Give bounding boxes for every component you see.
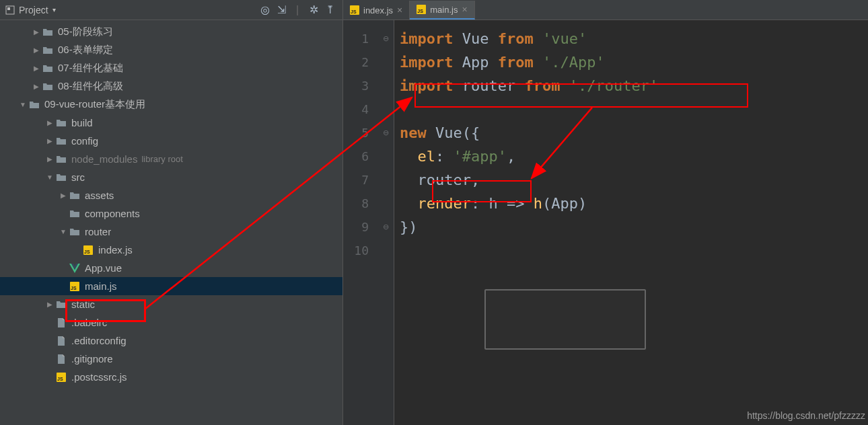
watermark-text: https://blog.csdn.net/pfzzzzz xyxy=(747,410,865,421)
tree-arrow-icon[interactable]: ▶ xyxy=(44,154,55,165)
tree-item-label: build xyxy=(71,117,93,128)
tree-item--editorconfig[interactable]: .editorconfig xyxy=(0,332,342,350)
tree-arrow-icon[interactable]: ▶ xyxy=(44,299,55,310)
dropdown-arrow-icon: ▾ xyxy=(52,6,56,13)
tree-item--babelrc[interactable]: .babelrc xyxy=(0,313,342,332)
file-icon xyxy=(55,335,67,347)
sidebar-header: Project ▾ ◎ ⇲ | ✲ ⤒ xyxy=(0,0,342,20)
tree-arrow-icon[interactable]: ▶ xyxy=(31,45,42,56)
tree-arrow-icon[interactable]: ▶ xyxy=(31,81,42,92)
tree-arrow-icon[interactable] xyxy=(44,317,55,328)
tree-item-09-vue-router----[interactable]: ▼09-vue-router基本使用 xyxy=(0,95,342,114)
project-label: Project xyxy=(19,5,48,15)
line-number: 1 xyxy=(343,27,369,50)
tree-item-src[interactable]: ▼src xyxy=(0,168,342,186)
tree-arrow-icon[interactable] xyxy=(44,354,55,364)
fold-icon[interactable]: ⊖ xyxy=(378,215,394,239)
vue-icon xyxy=(69,262,81,274)
tree-arrow-icon[interactable]: ▶ xyxy=(44,136,55,147)
fold-icon[interactable]: ⊖ xyxy=(378,121,394,145)
tree-item-07------[interactable]: ▶07-组件化基础 xyxy=(0,59,342,77)
tab-main-js[interactable]: JSmain.js× xyxy=(410,1,474,20)
tree-arrow-icon[interactable]: ▶ xyxy=(31,63,42,74)
close-icon[interactable]: × xyxy=(397,5,402,15)
tree-item-assets[interactable]: ▶assets xyxy=(0,186,342,204)
gear-icon[interactable]: ✲ xyxy=(306,3,321,17)
tree-arrow-icon[interactable]: ▼ xyxy=(44,172,55,183)
tree-arrow-icon[interactable]: ▼ xyxy=(58,227,69,237)
tree-item-components[interactable]: components xyxy=(0,204,342,223)
svg-rect-1 xyxy=(7,7,10,10)
tree-arrow-icon[interactable] xyxy=(58,281,69,292)
folder-icon xyxy=(69,226,81,238)
tree-arrow-icon[interactable] xyxy=(58,263,69,274)
tree-item-label: 06-表单绑定 xyxy=(58,44,113,56)
folder-icon xyxy=(55,299,67,311)
tree-item--gitignore[interactable]: .gitignore xyxy=(0,350,342,368)
tree-item-label: main.js xyxy=(85,280,117,292)
folder-icon xyxy=(69,208,81,220)
tree-item-node-modules[interactable]: ▶node_moduleslibrary root xyxy=(0,150,342,168)
tree-item-label: assets xyxy=(85,190,114,201)
tree-arrow-icon[interactable] xyxy=(44,372,55,383)
tree-item-label: 05-阶段练习 xyxy=(58,26,113,38)
folder-icon xyxy=(55,153,67,165)
project-selector[interactable]: Project ▾ xyxy=(5,5,56,15)
folder-icon xyxy=(42,63,54,75)
expand-icon[interactable]: ⇲ xyxy=(274,3,289,17)
editor-content[interactable]: 12345678910 ⊖⊖⊖ import Vue from 'vue' im… xyxy=(343,20,868,425)
tree-item-config[interactable]: ▶config xyxy=(0,132,342,150)
tree-item-08------[interactable]: ▶08-组件化高级 xyxy=(0,77,342,95)
fold-empty xyxy=(378,98,394,121)
tree-arrow-icon[interactable] xyxy=(71,245,82,256)
project-sidebar: Project ▾ ◎ ⇲ | ✲ ⤒ ▶05-阶段练习▶06-表单绑定▶07-… xyxy=(0,0,343,425)
close-icon[interactable]: × xyxy=(462,4,467,15)
fold-empty xyxy=(378,145,394,168)
folder-icon xyxy=(69,190,81,202)
tree-item-label: index.js xyxy=(98,244,133,256)
tree-arrow-icon[interactable] xyxy=(58,208,69,219)
line-number: 2 xyxy=(343,50,369,74)
tree-arrow-icon[interactable]: ▼ xyxy=(17,100,28,110)
line-number: 4 xyxy=(343,98,369,121)
line-number: 10 xyxy=(343,239,369,262)
code-body[interactable]: import Vue from 'vue' import App from '.… xyxy=(394,20,658,425)
tree-item-App-vue[interactable]: App.vue xyxy=(0,259,342,277)
tree-item-main-js[interactable]: JSmain.js xyxy=(0,277,342,295)
folder-icon xyxy=(28,99,40,111)
file-icon xyxy=(55,353,67,365)
line-gutter: 12345678910 xyxy=(343,20,378,425)
tree-item-build[interactable]: ▶build xyxy=(0,114,342,132)
line-number: 5 xyxy=(343,121,369,145)
editor-area: JSindex.js×JSmain.js× 12345678910 ⊖⊖⊖ im… xyxy=(343,0,868,425)
tree-item-05-----[interactable]: ▶05-阶段练习 xyxy=(0,23,342,41)
folder-icon xyxy=(42,26,54,38)
project-icon xyxy=(5,5,15,15)
line-number: 6 xyxy=(343,145,369,168)
fold-icon[interactable]: ⊖ xyxy=(378,27,394,50)
tree-item-router[interactable]: ▼router xyxy=(0,223,342,241)
hide-icon[interactable]: ⤒ xyxy=(322,3,337,17)
tree-arrow-icon[interactable]: ▶ xyxy=(31,27,42,38)
locate-icon[interactable]: ◎ xyxy=(258,3,273,17)
js-icon: JS xyxy=(55,371,67,383)
tree-item-static[interactable]: ▶static xyxy=(0,295,342,313)
project-tree[interactable]: ▶05-阶段练习▶06-表单绑定▶07-组件化基础▶08-组件化高级▼09-vu… xyxy=(0,20,342,425)
tree-item--postcssrc-js[interactable]: JS.postcssrc.js xyxy=(0,368,342,386)
tree-arrow-icon[interactable]: ▶ xyxy=(44,118,55,128)
tree-item-06-----[interactable]: ▶06-表单绑定 xyxy=(0,41,342,59)
tree-item-label: 09-vue-router基本使用 xyxy=(44,98,145,111)
tree-item-label: router xyxy=(85,226,111,237)
tree-item-index-js[interactable]: JSindex.js xyxy=(0,241,342,259)
tree-arrow-icon[interactable] xyxy=(44,336,55,346)
tree-item-label: config xyxy=(71,135,98,147)
js-icon: JS xyxy=(417,5,426,14)
folder-icon xyxy=(42,81,54,93)
line-number: 3 xyxy=(343,74,369,98)
tree-item-label: .postcssrc.js xyxy=(71,371,127,383)
tree-item-label: src xyxy=(71,171,85,183)
tab-index-js[interactable]: JSindex.js× xyxy=(343,1,410,20)
divider-icon: | xyxy=(290,3,305,17)
tree-arrow-icon[interactable]: ▶ xyxy=(58,190,69,201)
tree-item-label: 07-组件化基础 xyxy=(58,62,123,75)
